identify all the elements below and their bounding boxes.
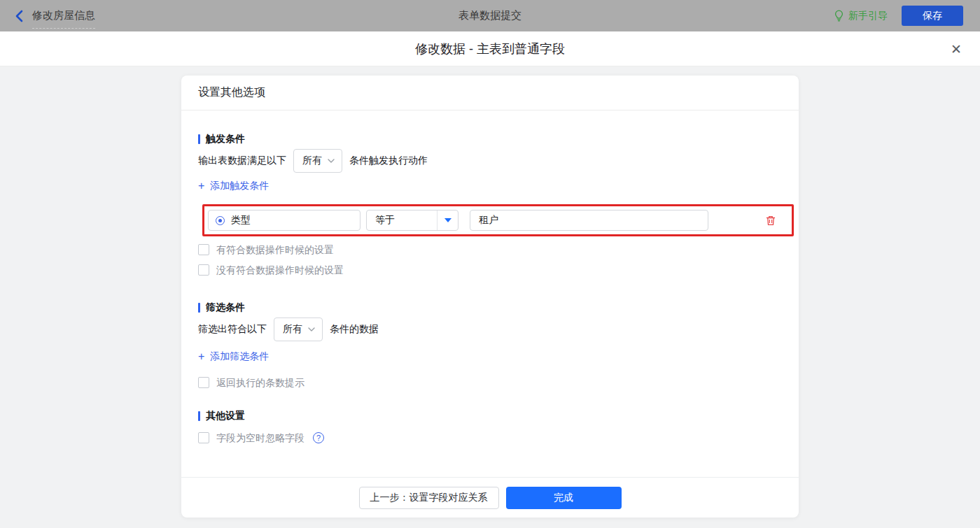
other-section-label: 其他设置 — [206, 410, 245, 422]
trigger-match-sentence: 输出表数据满足以下 所有 条件触发执行动作 — [198, 149, 782, 173]
panel-content: 触发条件 输出表数据满足以下 所有 条件触发执行动作 + 添加触发条件 — [181, 132, 799, 445]
caret-down-icon — [444, 218, 451, 222]
trigger-section-title: 触发条件 — [198, 132, 782, 146]
beginner-guide-label: 新手引导 — [848, 10, 888, 22]
checkbox-return-count-hint[interactable]: 返回执行的条数提示 — [198, 376, 304, 390]
checkbox-label: 没有符合数据操作时候的设置 — [216, 263, 344, 277]
checkbox-unmatched-data-action[interactable]: 没有符合数据操作时候的设置 — [198, 263, 344, 277]
section-accent-bar — [198, 303, 200, 313]
condition-operator-value: 等于 — [367, 214, 437, 227]
plus-icon: + — [198, 180, 204, 192]
topbar-left: 修改房屋信息 — [14, 9, 95, 23]
condition-value-input[interactable]: 租户 — [470, 210, 708, 231]
filter-sentence-suffix: 条件的数据 — [330, 323, 379, 336]
add-filter-condition-link[interactable]: + 添加筛选条件 — [198, 350, 269, 364]
field-type-icon — [216, 216, 225, 225]
save-button[interactable]: 保存 — [902, 6, 963, 26]
topbar-right: 新手引导 保存 — [834, 6, 963, 26]
previous-step-button[interactable]: 上一步：设置字段对应关系 — [359, 487, 499, 509]
flow-name-label[interactable]: 修改房屋信息 — [32, 9, 95, 29]
modal-body: 设置其他选项 触发条件 输出表数据满足以下 所有 条件触发执行动作 + 添 — [0, 76, 980, 528]
checkbox-matched-data-action[interactable]: 有符合数据操作时候的设置 — [198, 243, 334, 257]
trash-icon[interactable] — [765, 215, 776, 227]
condition-field-value: 类型 — [231, 214, 251, 227]
page-title: 表单数据提交 — [458, 9, 522, 22]
condition-value-text: 租户 — [479, 214, 498, 227]
trigger-section-label: 触发条件 — [206, 133, 245, 145]
panel-header: 设置其他选项 — [181, 76, 799, 110]
lightbulb-icon — [834, 10, 844, 22]
beginner-guide-link[interactable]: 新手引导 — [834, 10, 888, 22]
checkbox-label: 字段为空时忽略字段 — [216, 431, 304, 445]
checkbox-label: 返回执行的条数提示 — [216, 376, 304, 390]
section-accent-bar — [198, 134, 200, 144]
condition-operator-select[interactable]: 等于 — [366, 210, 458, 231]
add-trigger-condition-label: 添加触发条件 — [210, 180, 269, 192]
modal-header: 修改数据 - 主表到普通字段 ✕ — [0, 31, 980, 66]
section-accent-bar — [198, 411, 200, 421]
trigger-match-select-value: 所有 — [302, 155, 322, 167]
filter-match-select[interactable]: 所有 — [274, 317, 323, 341]
filter-match-sentence: 筛选出符合以下 所有 条件的数据 — [198, 317, 782, 341]
checkbox-box[interactable] — [198, 244, 209, 255]
caret-down-button[interactable] — [437, 211, 458, 230]
filter-sentence-prefix: 筛选出符合以下 — [198, 323, 267, 336]
help-icon[interactable]: ? — [313, 432, 324, 443]
plus-icon: + — [198, 351, 204, 362]
filter-section-title: 筛选条件 — [198, 301, 782, 315]
checkbox-box[interactable] — [198, 264, 209, 276]
trigger-sentence-prefix: 输出表数据满足以下 — [198, 155, 286, 167]
checkbox-ignore-empty-field[interactable]: 字段为空时忽略字段 ? — [198, 431, 324, 445]
condition-field-input[interactable]: 类型 — [208, 210, 360, 231]
chevron-down-icon — [328, 159, 335, 163]
trigger-sentence-suffix: 条件触发执行动作 — [349, 155, 428, 167]
done-button[interactable]: 完成 — [506, 487, 622, 509]
chevron-down-icon — [308, 327, 315, 331]
other-section-title: 其他设置 — [198, 409, 782, 423]
trigger-match-select[interactable]: 所有 — [293, 149, 342, 173]
checkbox-label: 有符合数据操作时候的设置 — [216, 243, 334, 257]
close-icon[interactable]: ✕ — [951, 42, 962, 55]
topbar: 修改房屋信息 表单数据提交 新手引导 保存 — [0, 0, 980, 31]
back-icon[interactable] — [14, 10, 24, 22]
checkbox-box[interactable] — [198, 377, 209, 388]
modal-title: 修改数据 - 主表到普通字段 — [415, 41, 565, 57]
add-filter-condition-label: 添加筛选条件 — [210, 350, 269, 363]
add-trigger-condition-link[interactable]: + 添加触发条件 — [198, 179, 269, 193]
options-panel: 设置其他选项 触发条件 输出表数据满足以下 所有 条件触发执行动作 + 添 — [181, 76, 799, 518]
panel-footer: 上一步：设置字段对应关系 完成 — [181, 477, 799, 518]
trigger-condition-row: 类型 等于 租户 — [202, 204, 794, 236]
filter-section-label: 筛选条件 — [206, 301, 245, 314]
filter-match-select-value: 所有 — [283, 323, 302, 336]
checkbox-box[interactable] — [198, 432, 209, 443]
